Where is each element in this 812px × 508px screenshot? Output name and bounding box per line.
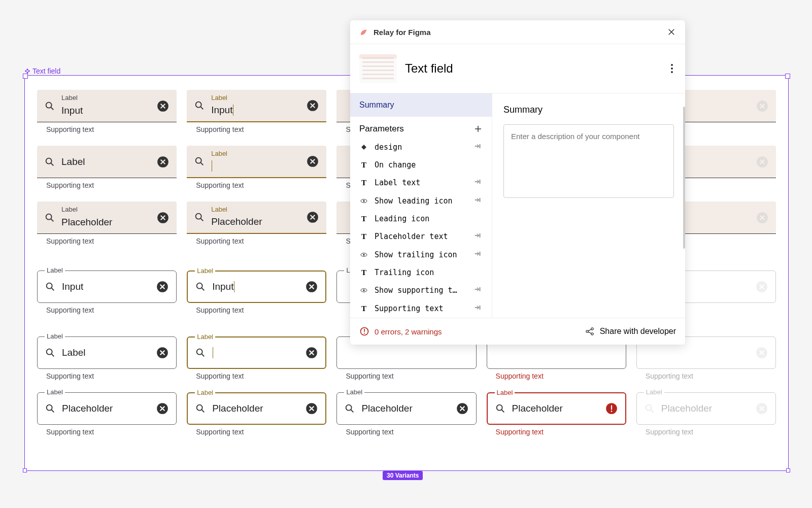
param-type-icon: T — [359, 161, 368, 170]
cancel-icon[interactable] — [755, 280, 768, 293]
search-icon — [195, 347, 206, 358]
svg-line-32 — [202, 354, 205, 357]
text-field-variant[interactable]: LabelPlaceholder — [37, 201, 177, 234]
cancel-icon[interactable] — [156, 99, 170, 113]
resize-handle[interactable] — [786, 468, 790, 472]
text-field-variant[interactable]: LabelPlaceholder — [37, 392, 177, 425]
search-icon — [195, 403, 206, 414]
param-label: Show trailing icon — [375, 250, 467, 259]
svg-point-44 — [496, 405, 502, 411]
cancel-icon[interactable] — [305, 346, 318, 359]
cancel-icon[interactable] — [156, 402, 169, 415]
cancel-icon[interactable] — [305, 280, 318, 293]
text-field-variant[interactable]: LabelPlaceholder — [336, 392, 476, 425]
param-item[interactable]: TPlaceholder text — [350, 227, 492, 246]
cancel-icon[interactable] — [156, 155, 170, 168]
supporting-text: Supporting text — [196, 372, 326, 380]
svg-point-38 — [197, 405, 202, 411]
param-item[interactable]: TSupporting text — [350, 299, 492, 318]
cancel-icon[interactable] — [305, 402, 318, 415]
cancel-icon[interactable] — [756, 211, 769, 224]
param-action-icon[interactable] — [473, 303, 483, 314]
supporting-text: Supporting text — [346, 372, 476, 380]
search-icon — [194, 212, 205, 223]
cancel-icon[interactable] — [306, 211, 319, 224]
text-field-variant[interactable]: LabelPlaceholder — [487, 392, 626, 425]
component-name: Text field — [405, 61, 660, 76]
cancel-icon[interactable] — [306, 99, 319, 112]
param-item[interactable]: TLeading icon — [350, 210, 492, 227]
param-type-icon: T — [359, 268, 368, 277]
field-input-text — [211, 160, 300, 172]
text-field-variant[interactable]: LabelPlaceholder — [636, 392, 776, 425]
kebab-menu-icon[interactable] — [668, 61, 676, 76]
svg-point-54 — [363, 200, 364, 201]
text-field-variant[interactable]: LabelInput — [187, 270, 326, 303]
search-icon — [194, 156, 205, 167]
text-field-variant[interactable]: Label — [187, 336, 326, 369]
svg-point-28 — [47, 349, 52, 355]
cancel-icon[interactable] — [306, 155, 319, 168]
text-field-variant[interactable]: LabelPlaceholder — [187, 201, 326, 234]
param-label: Supporting text — [375, 304, 467, 313]
param-label: Leading icon — [375, 214, 467, 223]
svg-line-15 — [51, 219, 54, 221]
text-field-variant[interactable]: Label — [187, 146, 326, 178]
cancel-icon[interactable] — [755, 402, 768, 415]
param-item[interactable]: TOn change — [350, 156, 492, 174]
field-label: Label — [495, 389, 515, 396]
param-item[interactable]: TTrailing icon — [350, 264, 492, 281]
description-input[interactable] — [503, 124, 674, 198]
text-field-variant[interactable]: Label — [37, 146, 177, 178]
cancel-icon[interactable] — [156, 346, 169, 359]
supporting-text: Supporting text — [646, 428, 776, 436]
param-item[interactable]: Show supporting t… — [350, 281, 492, 299]
cancel-icon[interactable] — [755, 346, 768, 359]
supporting-text: Supporting text — [46, 372, 177, 380]
text-field-variant[interactable]: LabelPlaceholder — [187, 392, 326, 425]
text-field-variant[interactable]: LabelInput — [37, 90, 177, 122]
field-placeholder: Placeholder — [211, 216, 300, 227]
param-label: Trailing icon — [375, 268, 467, 277]
text-field-variant[interactable]: LabelInput — [37, 270, 177, 303]
cancel-icon[interactable] — [156, 211, 170, 224]
param-action-icon[interactable] — [473, 142, 483, 152]
param-item[interactable]: design — [350, 138, 492, 156]
errors-status[interactable]: 0 errors, 2 warnings — [359, 326, 585, 336]
param-action-icon[interactable] — [473, 285, 483, 295]
close-icon[interactable] — [667, 27, 676, 37]
text-field-variant[interactable]: LabelLabel — [37, 336, 177, 369]
param-item[interactable]: Show leading icon — [350, 192, 492, 210]
tab-summary[interactable]: Summary — [350, 93, 492, 117]
svg-line-42 — [351, 410, 354, 413]
cancel-icon[interactable] — [756, 155, 769, 168]
cancel-icon[interactable] — [456, 402, 469, 415]
svg-rect-47 — [611, 405, 612, 410]
svg-point-31 — [197, 349, 202, 355]
text-field-variant[interactable]: LabelInput — [187, 90, 326, 122]
field-label: Label — [211, 94, 227, 101]
param-item[interactable]: TLabel text — [350, 174, 492, 192]
svg-line-36 — [52, 410, 54, 413]
svg-line-22 — [52, 288, 54, 291]
cancel-icon[interactable] — [756, 99, 769, 113]
resize-handle[interactable] — [23, 468, 27, 472]
param-action-icon[interactable] — [473, 231, 483, 242]
param-label: Show supporting t… — [375, 286, 467, 295]
field-label: Label — [211, 206, 227, 213]
cancel-icon[interactable] — [156, 280, 169, 293]
param-item[interactable]: Show trailing icon — [350, 246, 492, 264]
param-action-icon[interactable] — [473, 250, 483, 260]
param-type-icon — [359, 197, 368, 205]
svg-point-17 — [196, 214, 201, 219]
add-icon[interactable] — [473, 124, 483, 133]
error-icon — [605, 402, 618, 415]
supporting-text: Supporting text — [196, 428, 326, 436]
search-icon — [195, 281, 206, 292]
param-action-icon[interactable] — [473, 178, 483, 188]
param-action-icon[interactable] — [473, 196, 483, 206]
share-button[interactable]: Share with developer — [585, 326, 676, 336]
scrollbar[interactable] — [683, 107, 685, 249]
modal-title: Relay for Figma — [374, 28, 667, 37]
param-label: On change — [375, 160, 467, 170]
